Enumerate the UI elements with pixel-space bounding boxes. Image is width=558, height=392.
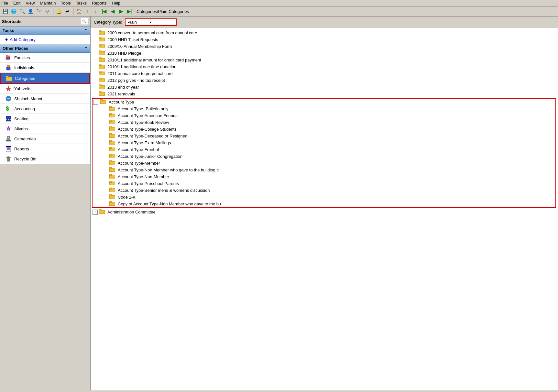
account-type-children: Account Type- Bulletin only Account Type… (93, 105, 555, 207)
account-type-child-label: Code 1-K (118, 195, 136, 200)
individuals-label: Individuals (14, 65, 34, 70)
tree-container[interactable]: 2009 convert to perpetual care from annu… (91, 28, 558, 390)
dropdown-value: Plain (127, 20, 137, 25)
binoculars-button[interactable]: 🔭 (35, 7, 43, 15)
account-type-child-item[interactable]: Account Type-American Friends (93, 112, 555, 119)
menu-maintain[interactable]: Maintain (40, 1, 56, 5)
accounting-icon: $ (5, 105, 12, 112)
tree-item-label: 2013 end of year (107, 85, 139, 90)
search-button[interactable]: 🔍 (18, 7, 26, 15)
account-type-child-label: Account Type- Bulletin only (118, 106, 169, 111)
svg-point-16 (7, 128, 9, 130)
save-button[interactable]: 💾 (1, 7, 9, 15)
categories-label: Categories (15, 76, 35, 81)
account-type-child-item[interactable]: Account Type-Extra Mailings (93, 139, 555, 146)
svg-rect-43 (99, 84, 101, 86)
account-type-child-item[interactable]: Account Type-Senior mens & womens discus… (93, 187, 555, 194)
account-type-child-item[interactable]: Account Type-Non Member who gave to the … (93, 167, 555, 173)
sidebar-item-shalach-manot[interactable]: Shalach Manot (0, 94, 90, 104)
folder-icon-child (109, 167, 115, 173)
sidebar-item-individuals[interactable]: Individuals (0, 63, 90, 73)
tree-item[interactable]: 2021 removals (92, 91, 557, 97)
person-button[interactable]: 👤 (27, 7, 34, 15)
expand-icon-bottom[interactable]: + (93, 210, 98, 215)
sidebar-item-accounting[interactable]: $ Accounting (0, 104, 90, 114)
account-type-child-item[interactable]: Account Type-Junior Congregation (93, 153, 555, 160)
folder-icon-account-type (100, 99, 106, 105)
account-type-child-item[interactable]: Account Type-College Students (93, 126, 555, 133)
first-button[interactable]: |◀ (100, 7, 108, 15)
account-type-label: Account Type (109, 100, 134, 104)
sidebar-item-seating[interactable]: Seating (0, 114, 90, 124)
account-type-child-item[interactable]: Account Type-Deceased or Resigned (93, 133, 555, 139)
home-button[interactable]: 🏠 (75, 7, 83, 15)
account-type-child-item[interactable]: Code 1-K (93, 194, 555, 201)
svg-rect-13 (7, 119, 8, 121)
sidebar-search-button[interactable]: 🔍 (81, 18, 88, 25)
menu-tools[interactable]: Tools (61, 1, 71, 5)
next-button[interactable]: ▶ (117, 7, 125, 15)
folder-icon-child (109, 174, 115, 180)
tree-item[interactable]: 2012 pgh gives - no tax receipt (92, 77, 557, 84)
account-type-child-item[interactable]: Account Type-Book Review (93, 119, 555, 126)
globe-button[interactable]: 🌐 (10, 7, 17, 15)
reports-icon (5, 146, 12, 152)
prev-button[interactable]: ◀ (109, 7, 116, 15)
bottom-tree-item[interactable]: + Administration Committee (92, 209, 557, 215)
sidebar-item-cemeteries[interactable]: † Cemeteries (0, 134, 90, 144)
category-type-label: Category Type: (94, 20, 122, 25)
account-type-child-label: Account Type-Book Review (118, 120, 169, 125)
arrow-down-button[interactable]: ↓ (92, 7, 100, 15)
svg-rect-75 (109, 194, 112, 196)
account-type-child-item[interactable]: Account Type-Member (93, 160, 555, 167)
sidebar-item-families[interactable]: Families (0, 53, 90, 63)
arrow-up-button[interactable]: ↑ (83, 7, 91, 15)
menu-help[interactable]: Help (112, 1, 121, 5)
sidebar-item-categories[interactable]: Categories (0, 73, 90, 84)
toolbar: 💾 🌐 🔍 👤 🔭 ▽ 🔔 ↩ 🏠 ↑ ↓ |◀ ◀ ▶ ▶| Categori… (0, 6, 558, 16)
menu-tasks[interactable]: Tasks (76, 1, 87, 5)
tasks-section-header[interactable]: Tasks ⌃ (0, 27, 90, 35)
tree-item[interactable]: 2010/11 additional one time donation (92, 63, 557, 70)
svg-rect-63 (109, 154, 112, 155)
tree-item[interactable]: 2011 annual care to perpetual care (92, 70, 557, 77)
account-type-child-item[interactable]: Account Type-Non-Member (93, 173, 555, 180)
last-button[interactable]: ▶| (126, 7, 133, 15)
svg-rect-55 (109, 126, 112, 128)
bell-button[interactable]: 🔔 (55, 7, 63, 15)
add-category-item[interactable]: + Add Category (0, 35, 90, 44)
other-places-section-header[interactable]: Other Places ⌃ (0, 44, 90, 53)
menu-edit[interactable]: Edit (13, 1, 20, 5)
folder-icon (99, 37, 105, 42)
svg-rect-67 (109, 167, 112, 169)
sidebar-item-reports[interactable]: Reports (0, 144, 90, 154)
account-type-child-item[interactable]: Account Type- Bulletin only (93, 105, 555, 112)
menu-file[interactable]: File (1, 1, 8, 5)
tree-item[interactable]: 2009 convert to perpetual care from annu… (92, 29, 557, 36)
sidebar-item-yahrzeits[interactable]: Yahrzeits (0, 84, 90, 94)
tree-item[interactable]: 2010 HHD Pledge (92, 50, 557, 57)
sidebar-item-aliyahs[interactable]: Aliyahs (0, 124, 90, 134)
svg-rect-51 (109, 113, 112, 114)
folder-icon-child (109, 106, 115, 112)
top-tree-items: 2009 convert to perpetual care from annu… (92, 29, 557, 97)
folder-icon (99, 64, 105, 70)
tree-item[interactable]: 2013 end of year (92, 84, 557, 91)
account-type-child-item[interactable]: Copy of Account Type-Non Member who gave… (93, 201, 555, 207)
account-type-child-item[interactable]: Account Type-Preschool Parents (93, 180, 555, 187)
tree-item[interactable]: 2009/10 Annual Membership Form (92, 43, 557, 50)
filter-button[interactable]: ▽ (43, 7, 51, 15)
account-type-parent[interactable]: − Account Type (93, 99, 555, 105)
category-type-dropdown[interactable]: Plain ▾ (125, 18, 177, 26)
account-type-child-item[interactable]: Account Type-Freehof (93, 146, 555, 153)
folder-icon-child (109, 201, 115, 207)
undo-button[interactable]: ↩ (63, 7, 71, 15)
menu-view[interactable]: View (26, 1, 35, 5)
separator-2 (73, 8, 73, 15)
expand-icon[interactable]: − (93, 100, 98, 105)
tree-item[interactable]: 2010/11 additional amount for credit car… (92, 57, 557, 63)
menu-reports[interactable]: Reports (92, 1, 107, 5)
account-type-child-label: Account Type-American Friends (118, 113, 178, 118)
tree-item[interactable]: 2009 HHD Ticket Requests (92, 36, 557, 43)
sidebar-item-recycle-bin[interactable]: Recycle Bin (0, 154, 90, 164)
